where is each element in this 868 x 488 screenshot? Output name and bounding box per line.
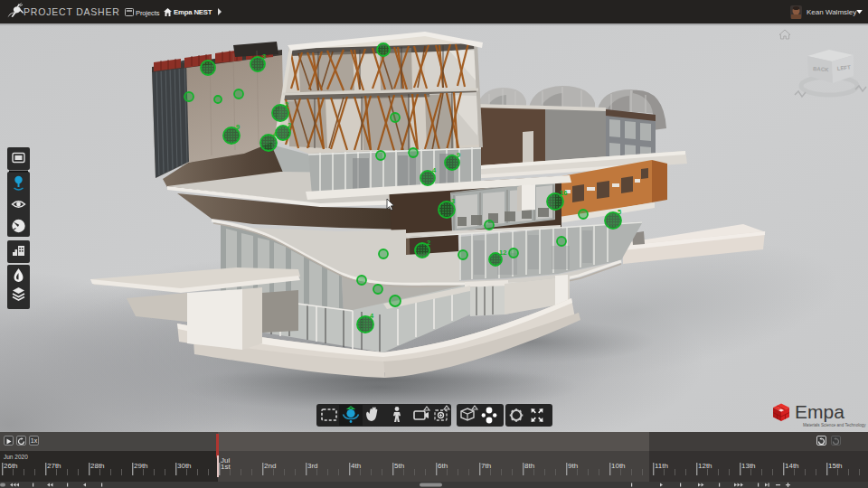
svg-text:BACK: BACK <box>813 66 829 72</box>
svg-text:Empa: Empa <box>795 401 844 422</box>
svg-text:3: 3 <box>451 197 455 205</box>
svg-text:Materials Science and Technolo: Materials Science and Technology <box>803 423 866 427</box>
svg-text:9: 9 <box>236 123 240 131</box>
svg-text:12: 12 <box>499 249 506 257</box>
svg-text:9: 9 <box>457 151 460 159</box>
svg-text:2: 2 <box>288 121 291 129</box>
svg-text:2: 2 <box>427 239 430 247</box>
svg-text:16: 16 <box>560 189 567 197</box>
svg-text:5: 5 <box>618 208 621 216</box>
svg-text:2: 2 <box>285 100 288 108</box>
svg-text:3: 3 <box>262 52 266 61</box>
